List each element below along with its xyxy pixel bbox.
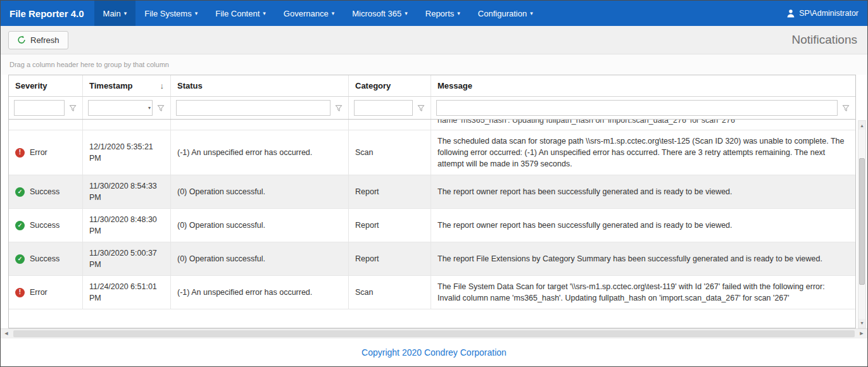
nav-item-label: Governance bbox=[284, 9, 329, 18]
status-cell: (0) Operation successful. bbox=[171, 209, 349, 242]
severity-label: Success bbox=[30, 253, 60, 264]
column-label: Timestamp bbox=[89, 81, 132, 90]
chevron-down-icon: ▾ bbox=[530, 10, 533, 16]
severity-filter-input[interactable] bbox=[14, 100, 65, 116]
group-hint: Drag a column header here to group by th… bbox=[9, 61, 169, 68]
nav-item-microsoft-365[interactable]: Microsoft 365 ▾ bbox=[343, 1, 417, 26]
table-row-partial[interactable]: name 'ms365_hash'. Updating fullpath_has… bbox=[9, 120, 855, 130]
partial-message: name 'ms365_hash'. Updating fullpath_has… bbox=[437, 120, 736, 126]
timestamp-cell: 12/1/2020 5:35:21 PM bbox=[83, 130, 171, 175]
empty-space bbox=[9, 309, 855, 328]
chevron-down-icon[interactable]: ▾ bbox=[147, 105, 152, 111]
timestamp-cell: 11/30/2020 8:54:33 PM bbox=[83, 175, 171, 208]
filter-row: ▾ bbox=[9, 97, 855, 120]
severity-label: Success bbox=[30, 186, 60, 197]
sort-descending-icon: ↓ bbox=[160, 81, 165, 90]
nav-item-label: File Content bbox=[215, 9, 260, 18]
error-icon: ! bbox=[15, 148, 25, 158]
user-account[interactable]: SP\Administrator bbox=[777, 1, 867, 26]
group-by-panel[interactable]: Drag a column header here to group by th… bbox=[1, 54, 867, 75]
timestamp-filter-input[interactable] bbox=[89, 101, 147, 115]
app-title: File Reporter 4.0 bbox=[1, 1, 94, 26]
timestamp-cell: 11/24/2020 6:51:01 PM bbox=[83, 276, 171, 309]
scroll-left-icon[interactable]: ◀ bbox=[1, 331, 12, 336]
nav-item-configuration[interactable]: Configuration ▾ bbox=[469, 1, 542, 26]
severity-label: Error bbox=[30, 287, 47, 298]
footer: Copyright 2020 Condrey Corporation bbox=[1, 339, 867, 367]
severity-label: Error bbox=[30, 147, 47, 158]
user-name: SP\Administrator bbox=[799, 9, 859, 18]
nav-item-label: Microsoft 365 bbox=[352, 9, 401, 18]
success-icon: ✓ bbox=[15, 221, 25, 230]
nav-item-label: Reports bbox=[425, 9, 455, 18]
notifications-table: Severity Timestamp ↓ Status Category Mes… bbox=[8, 75, 856, 328]
chevron-down-icon: ▾ bbox=[195, 10, 198, 16]
message-cell: The report owner report has been success… bbox=[431, 209, 855, 242]
status-filter-input[interactable] bbox=[176, 100, 330, 116]
column-header-severity[interactable]: Severity bbox=[9, 75, 83, 96]
success-icon: ✓ bbox=[15, 254, 25, 264]
chevron-down-icon: ▾ bbox=[457, 10, 460, 16]
table-row[interactable]: ✓ Success 11/30/2020 8:54:33 PM (0) Oper… bbox=[9, 175, 855, 209]
category-cell: Scan bbox=[349, 276, 431, 309]
column-label: Status bbox=[177, 81, 203, 90]
nav-item-file-systems[interactable]: File Systems ▾ bbox=[135, 1, 206, 26]
message-cell: The report owner report has been success… bbox=[431, 175, 855, 208]
vertical-scrollbar[interactable]: ▲ ▼ bbox=[858, 120, 866, 328]
horizontal-scroll-track[interactable] bbox=[12, 329, 856, 339]
column-label: Category bbox=[355, 81, 391, 90]
category-cell: Report bbox=[349, 242, 431, 275]
filter-icon[interactable] bbox=[415, 104, 427, 112]
vertical-scroll-track[interactable] bbox=[859, 130, 865, 319]
category-filter-input[interactable] bbox=[354, 100, 413, 116]
nav-item-label: Main bbox=[103, 9, 121, 18]
category-cell: Report bbox=[349, 175, 431, 208]
table-row[interactable]: ! Error 11/24/2020 6:51:01 PM (-1) An un… bbox=[9, 276, 855, 309]
nav-item-reports[interactable]: Reports ▾ bbox=[417, 1, 469, 26]
app-window: File Reporter 4.0 Main ▾ File Systems ▾ … bbox=[0, 0, 868, 367]
toolbar: Refresh Notifications bbox=[1, 26, 867, 54]
status-cell: (0) Operation successful. bbox=[171, 175, 349, 208]
scroll-down-icon[interactable]: ▼ bbox=[859, 319, 865, 328]
column-header-timestamp[interactable]: Timestamp ↓ bbox=[83, 75, 171, 96]
status-cell: (-1) An unspecified error has occurred. bbox=[171, 130, 349, 175]
horizontal-scrollbar[interactable]: ◀ ▶ bbox=[1, 328, 867, 339]
column-header-category[interactable]: Category bbox=[349, 75, 431, 96]
chevron-down-icon: ▾ bbox=[332, 10, 335, 16]
top-nav: File Reporter 4.0 Main ▾ File Systems ▾ … bbox=[1, 1, 867, 26]
nav-item-main[interactable]: Main ▾ bbox=[94, 1, 136, 26]
horizontal-scroll-thumb[interactable] bbox=[13, 330, 855, 337]
refresh-button[interactable]: Refresh bbox=[8, 31, 68, 49]
table-row[interactable]: ✓ Success 11/30/2020 5:00:37 PM (0) Oper… bbox=[9, 242, 855, 276]
filter-icon[interactable] bbox=[840, 104, 852, 112]
filter-icon[interactable] bbox=[67, 104, 79, 112]
copyright-link[interactable]: Copyright 2020 Condrey Corporation bbox=[362, 347, 506, 358]
table-row[interactable]: ! Error 12/1/2020 5:35:21 PM (-1) An uns… bbox=[9, 130, 855, 175]
column-header-status[interactable]: Status bbox=[171, 75, 349, 96]
nav-item-file-content[interactable]: File Content ▾ bbox=[206, 1, 275, 26]
nav-item-governance[interactable]: Governance ▾ bbox=[275, 1, 343, 26]
timestamp-cell: 11/30/2020 8:48:30 PM bbox=[83, 209, 171, 242]
severity-label: Success bbox=[30, 220, 60, 231]
message-cell: The scheduled data scan for storage path… bbox=[431, 130, 855, 175]
chevron-down-icon: ▾ bbox=[124, 10, 127, 16]
table-row[interactable]: ✓ Success 11/30/2020 8:48:30 PM (0) Oper… bbox=[9, 209, 855, 242]
table-header: Severity Timestamp ↓ Status Category Mes… bbox=[9, 75, 855, 97]
filter-icon[interactable] bbox=[155, 104, 167, 112]
scroll-right-icon[interactable]: ▶ bbox=[856, 331, 867, 336]
column-header-message[interactable]: Message bbox=[431, 75, 855, 96]
scroll-up-icon[interactable]: ▲ bbox=[859, 121, 865, 130]
grid-area: Severity Timestamp ↓ Status Category Mes… bbox=[1, 75, 867, 328]
filter-icon[interactable] bbox=[333, 104, 344, 112]
message-cell: The report File Extensions by Category S… bbox=[431, 242, 855, 275]
message-filter-input[interactable] bbox=[436, 100, 838, 116]
vertical-scroll-thumb[interactable] bbox=[859, 158, 865, 285]
error-icon: ! bbox=[15, 288, 25, 297]
category-cell: Report bbox=[349, 209, 431, 242]
timestamp-filter-combo: ▾ bbox=[88, 100, 153, 116]
main-menu: Main ▾ File Systems ▾ File Content ▾ Gov… bbox=[94, 1, 542, 26]
page-title: Notifications bbox=[792, 33, 858, 47]
success-icon: ✓ bbox=[15, 187, 25, 197]
table-body: name 'ms365_hash'. Updating fullpath_has… bbox=[9, 120, 855, 328]
nav-item-label: File Systems bbox=[144, 9, 191, 18]
